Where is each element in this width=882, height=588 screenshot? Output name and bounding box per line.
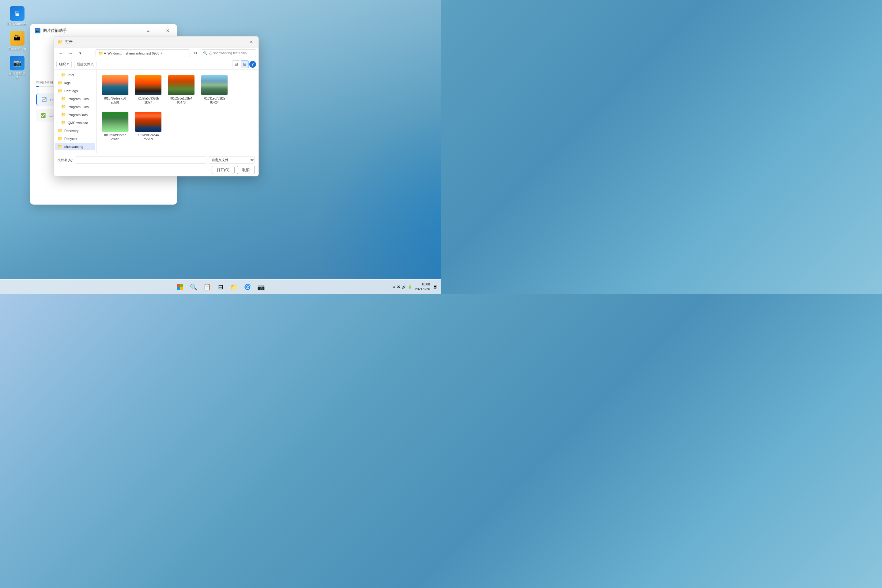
app-window-controls: ≡ — ✕ — [144, 26, 172, 35]
sidebar-item-logs[interactable]: 📁 logs — [55, 79, 95, 87]
desktop-icon-picture1[interactable]: 🏔 Picture1.jpg — [6, 31, 28, 51]
svg-rect-1 — [180, 284, 183, 286]
dialog-files: t01b78edeefcc0abb81 t01f7fa5b9326b1f3a7 … — [97, 69, 258, 153]
new-folder-button[interactable]: 新建文件夹 — [74, 61, 96, 68]
file-item-1[interactable]: t01b78edeefcc0abb81 — [100, 73, 130, 106]
sidebar-label: logs — [64, 81, 93, 85]
sidebar-item-intel[interactable]: › 📁 Intel — [55, 71, 95, 79]
breadcrumb-folder[interactable]: shenwanting test 0905 — [126, 51, 159, 55]
desktop-icon-photo-transfer[interactable]: 📷 图片传输助手 — [6, 56, 28, 80]
folder-icon: 📁 — [61, 112, 66, 117]
breadcrumb-dropdown-button[interactable]: ▾ — [160, 51, 165, 56]
taskbar-clock[interactable]: 10:08 2021/9/26 — [415, 282, 430, 291]
file-name-3: t0182c6e152fe495470 — [170, 96, 192, 104]
refresh-button[interactable]: ↻ — [191, 49, 200, 58]
notification-icon[interactable]: 🖥 — [432, 284, 437, 290]
sidebar-item-program-files-1[interactable]: › 📁 Program Files — [55, 95, 95, 103]
app-minimize-button[interactable]: — — [154, 26, 162, 35]
filename-input[interactable] — [76, 156, 206, 164]
sidebar-item-program-files-2[interactable]: › 📁 Program Files — [55, 103, 95, 111]
organize-button[interactable]: 组织 ▾ — [56, 61, 72, 68]
file-thumbnail-4 — [201, 75, 228, 95]
sidebar-item-recycler[interactable]: 📁 Recycler — [55, 135, 95, 142]
sidebar-item-recovery[interactable]: 📁 Recovery — [55, 127, 95, 135]
breadcrumb-windows[interactable]: Window... — [108, 51, 122, 55]
chevron-icon: › — [58, 113, 58, 116]
open-button[interactable]: 打开(O) — [212, 166, 235, 174]
sidebar-item-programdata[interactable]: › 📁 ProgramData — [55, 111, 95, 118]
taskbar-edge-button[interactable]: 🌀 — [242, 281, 254, 293]
sidebar-item-qmdownload[interactable]: › 📁 QMDownloac — [55, 119, 95, 126]
cancel-button[interactable]: 取消 — [237, 166, 255, 174]
taskbar-center: 🔍 📋 ⊟ 📁 🌀 📷 — [174, 281, 267, 293]
file-item-2[interactable]: t01f7fa5b9326b1f3a7 — [134, 73, 163, 106]
breadcrumb-chevron: › — [123, 51, 124, 55]
app-title-icon: 📷 — [35, 28, 40, 33]
dialog-buttons: 打开(O) 取消 — [58, 166, 255, 174]
file-thumbnail-5 — [102, 112, 129, 132]
file-name-5: t013207f99ececc87f2 — [104, 133, 126, 141]
storage-bar-fill — [36, 86, 39, 87]
sidebar-label: ProgramData — [68, 113, 93, 117]
file-item-4[interactable]: t01631ec781f2e85724 — [200, 73, 229, 106]
taskbar-explorer-button[interactable]: 📁 — [228, 281, 240, 293]
taskbar-taskview-button[interactable]: 📋 — [201, 281, 213, 293]
search-box: 🔍 在 shenwanting test 0905 ... — [201, 49, 256, 57]
back-button[interactable]: ← — [56, 49, 65, 58]
dialog-bottom: 文件名(N): 自定义文件 打开(O) 取消 — [54, 153, 258, 176]
breadcrumb-folder-icon: 📁 — [98, 51, 103, 56]
taskbar-right: ∧ ✖ 🔊 🔋 10:08 2021/9/26 🖥 — [393, 282, 437, 291]
up-button[interactable]: ↑ — [86, 49, 94, 58]
folder-icon: 📁 — [58, 128, 63, 133]
filename-row: 文件名(N): 自定义文件 — [58, 156, 255, 164]
file-item-5[interactable]: t013207f99ececc87f2 — [100, 110, 130, 143]
file-name-4: t01631ec781f2e85724 — [203, 96, 225, 104]
folder-icon: 📁 — [58, 136, 63, 141]
filetype-select[interactable]: 自定义文件 — [209, 156, 255, 164]
dialog-titlebar: 📁 打开 ✕ — [54, 36, 258, 48]
forward-button[interactable]: → — [66, 49, 75, 58]
battery-icon: 🔋 — [408, 285, 412, 289]
view-buttons: ⊟ ⊞ ? — [232, 60, 256, 68]
taskbar-sys-icons: ∧ ✖ 🔊 🔋 — [393, 285, 412, 289]
view-list-button[interactable]: ⊟ — [232, 60, 240, 68]
x-icon: ✖ — [397, 285, 400, 289]
file-item-3[interactable]: t0182c6e152fe495470 — [166, 73, 196, 106]
dropdown-button[interactable]: ▾ — [76, 49, 84, 58]
help-button[interactable]: ? — [249, 61, 256, 68]
photo-transfer-label: 图片传输助手 — [9, 72, 26, 80]
sidebar-item-shenwanting[interactable]: 📁 shenwanting — [55, 143, 95, 150]
dialog-title-text: 打开 — [65, 39, 73, 44]
sidebar-item-perflogs[interactable]: 📁 PerfLogs — [55, 87, 95, 94]
file-thumbnail-6 — [135, 112, 162, 132]
taskbar-search-button[interactable]: 🔍 — [188, 281, 200, 293]
app-title-area: 📷 图片传输助手 — [35, 28, 67, 33]
search-placeholder: 在 shenwanting test 0905 ... — [209, 51, 254, 56]
pc-manager-icon: 🖥 — [10, 6, 24, 21]
file-name-2: t01f7fa5b9326b1f3a7 — [138, 96, 159, 104]
taskbar-app-button[interactable]: 📷 — [255, 281, 267, 293]
picture1-icon: 🏔 — [10, 31, 24, 46]
file-name-6: t0161986eac4ae55f39 — [138, 133, 159, 141]
chevron-up-icon[interactable]: ∧ — [393, 285, 396, 289]
taskbar-widgets-button[interactable]: ⊟ — [214, 281, 226, 293]
folder-icon: 📁 — [58, 88, 63, 93]
folder-icon: 📁 — [58, 81, 63, 85]
dialog-close-button[interactable]: ✕ — [248, 39, 255, 45]
file-thumbnail-1 — [102, 75, 129, 95]
desktop-icon-pc-manager[interactable]: 🖥 PC Manager — [6, 6, 28, 26]
volume-icon[interactable]: 🔊 — [402, 285, 406, 289]
taskbar-start-button[interactable] — [174, 281, 186, 293]
app-close-button[interactable]: ✕ — [164, 26, 172, 35]
sidebar-label: Recycler — [64, 137, 93, 141]
chevron-icon: › — [58, 98, 58, 100]
clock-time: 10:08 — [415, 282, 430, 286]
file-thumbnail-3 — [168, 75, 195, 95]
desktop-icons: 🖥 PC Manager 🏔 Picture1.jpg 📷 图片传输助手 — [6, 6, 28, 80]
organize-label: 组织 — [59, 62, 66, 66]
app-menu-button[interactable]: ≡ — [144, 26, 153, 35]
view-grid-button[interactable]: ⊞ — [241, 60, 249, 68]
uploading-icon: 🔄 — [41, 96, 47, 103]
file-item-6[interactable]: t0161986eac4ae55f39 — [134, 110, 163, 143]
dialog-content: › 📁 Intel 📁 logs 📁 PerfLogs › 📁 Program … — [54, 69, 258, 153]
